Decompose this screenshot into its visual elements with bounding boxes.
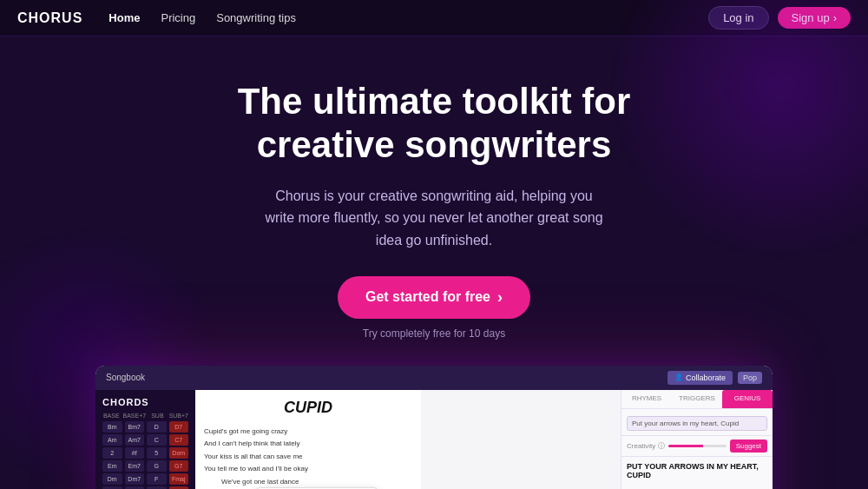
tabs-row: RHYMES TRIGGERS GENIUS [621,390,773,409]
hero-subtitle: Chorus is your creative songwriting aid,… [260,185,608,252]
chord-headers: BASE BASE+7 SUB SUB+7 [102,413,188,419]
chord-c[interactable]: C [147,434,167,446]
screenshot-container: Songbook Collaborate Pop CHORDS BASE BAS… [0,366,868,489]
chord-g[interactable]: G [147,460,167,472]
chord-3b[interactable]: 3 [169,486,189,489]
chord-row-1: Bm Bm7 D D7 [102,421,188,433]
chord-g7[interactable]: G7 [169,460,189,472]
chord-fmaj[interactable]: Fmaj [169,473,189,485]
chord-bm[interactable]: Bm [102,421,122,433]
chord-row-5: Dm Dm7 F Fmaj [102,473,188,485]
suggestions-panel: RHYMES TRIGGERS GENIUS Creativity ⓘ Sugg… [621,390,773,489]
chord-header-sub: SUB [148,413,166,419]
login-button[interactable]: Log in [708,6,768,30]
nav-link-home[interactable]: Home [108,11,140,24]
tab-triggers[interactable]: TRIGGERS [672,390,722,408]
lyric-line-4: You tell me to wait and I'll be okay [204,463,412,475]
genius-search-input[interactable] [627,416,767,431]
result-item-1[interactable]: Took a shot, [621,483,773,489]
lyric-line-3: Your kiss is all that can save me [204,451,412,463]
lyrics-panel: CUPID Cupid's got me going crazy And I c… [195,390,421,489]
nav-link-tips[interactable]: Songwriting tips [216,11,296,24]
hero-title: The ultimate toolkit for creative songwr… [17,80,851,168]
pop-tag: Pop [738,372,762,384]
chord-header-base: BASE [102,413,120,419]
mock-breadcrumb: Songbook [106,373,145,382]
app-screenshot: Songbook Collaborate Pop CHORDS BASE BAS… [95,366,773,489]
chord-2b[interactable]: 2 [147,486,167,489]
chords-panel: CHORDS BASE BASE+7 SUB SUB+7 Bm Bm7 D D7… [95,390,195,489]
chord-row-6: 3 #f 2 3 [102,486,188,489]
cta-button[interactable]: Get started for free [338,276,530,319]
creativity-label: Creativity ⓘ [627,441,665,451]
suggest-button[interactable]: Suggest [730,439,767,453]
trial-text: Try completely free for 10 days [17,327,851,340]
chord-f[interactable]: #f [125,447,145,459]
mock-topbar-right: Collaborate Pop [667,371,762,385]
tab-rhymes[interactable]: RHYMES [621,390,672,408]
collaborate-button[interactable]: Collaborate [667,371,733,385]
chord-d7[interactable]: D7 [169,421,189,433]
result-title: PUT YOUR ARROWS IN MY HEART, CUPID [621,457,773,483]
navbar: CHORUS Home Pricing Songwriting tips Log… [0,0,868,36]
nav-actions: Log in Sign up [708,6,851,30]
chord-dm[interactable]: Dm [102,473,122,485]
chord-row-4: Em Em7 G G7 [102,460,188,472]
chord-row-2: Am Am7 C C7 [102,434,188,446]
tab-genius[interactable]: GENIUS [722,390,773,408]
chord-f3[interactable]: #f [125,486,145,489]
chord-bm7[interactable]: Bm7 [125,421,145,433]
chord-dom1[interactable]: Dom [169,447,189,459]
lyrics-section: Cupid's got me going crazy And I can't h… [204,426,412,489]
chord-em[interactable]: Em [102,460,122,472]
chord-row-3: 2 #f 5 Dom [102,447,188,459]
chord-dm7[interactable]: Dm7 [125,473,145,485]
chord-3[interactable]: 3 [102,486,122,489]
chord-c7[interactable]: C7 [169,434,189,446]
chord-header-sub7: SUB+7 [169,413,188,419]
chord-header-base7: BASE+7 [122,413,146,419]
lyric-line-5: We've got one last dance [204,476,412,488]
lyric-line-1: Cupid's got me going crazy [204,426,412,438]
chords-title: CHORDS [102,397,188,407]
search-row [621,409,773,436]
chord-em7[interactable]: Em7 [125,460,145,472]
creativity-slider[interactable] [668,445,727,447]
chord-am7[interactable]: Am7 [125,434,145,446]
mock-topbar: Songbook Collaborate Pop [95,366,773,390]
chord-2[interactable]: 2 [102,447,122,459]
nav-link-pricing[interactable]: Pricing [161,11,195,24]
song-title: CUPID [204,399,412,417]
logo[interactable]: CHORUS [17,10,82,26]
chord-d[interactable]: D [147,421,167,433]
chord-am[interactable]: Am [102,434,122,446]
creativity-row: Creativity ⓘ Suggest [621,436,773,457]
chord-5[interactable]: 5 [147,447,167,459]
nav-links: Home Pricing Songwriting tips [108,11,708,24]
chord-f2[interactable]: F [147,473,167,485]
app-inner: Songbook Collaborate Pop CHORDS BASE BAS… [95,366,773,489]
lyric-line-2: And I can't help think that lately [204,438,412,450]
hero-section: The ultimate toolkit for creative songwr… [0,36,868,366]
signup-button[interactable]: Sign up [778,7,851,29]
